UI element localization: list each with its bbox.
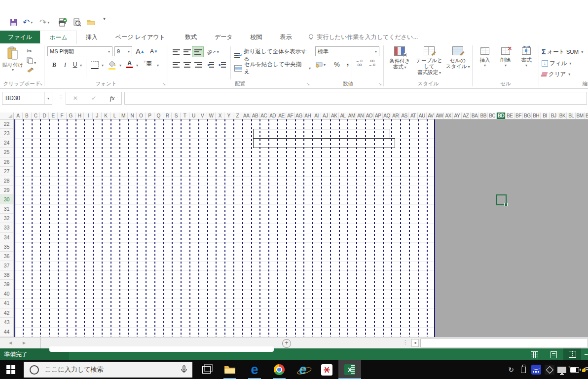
- wifi-warning-tray-icon[interactable]: [581, 360, 588, 379]
- cell-styles-button[interactable]: セルのスタイル▾: [445, 46, 471, 70]
- column-header-BL[interactable]: BL: [567, 113, 576, 119]
- column-header-BM[interactable]: BM: [576, 113, 585, 119]
- column-header-K[interactable]: K: [102, 113, 110, 119]
- row-header-32[interactable]: 32: [0, 214, 13, 223]
- column-header-N[interactable]: N: [128, 113, 137, 119]
- row-header-43[interactable]: 43: [0, 318, 13, 327]
- column-header-AK[interactable]: AK: [330, 113, 339, 119]
- column-header-AA[interactable]: AA: [242, 113, 251, 119]
- column-header-T[interactable]: T: [181, 113, 189, 119]
- row-header-38[interactable]: 38: [0, 270, 13, 280]
- column-header-G[interactable]: G: [67, 113, 75, 119]
- format-painter-icon[interactable]: [27, 66, 34, 75]
- row-header-31[interactable]: 31: [0, 204, 13, 214]
- column-header-AW[interactable]: AW: [435, 113, 444, 119]
- column-header-M[interactable]: M: [119, 113, 128, 119]
- clipboard-dialog-launcher[interactable]: ↘: [39, 82, 42, 86]
- bold-button[interactable]: B: [49, 59, 59, 70]
- row-header-35[interactable]: 35: [0, 242, 13, 252]
- borders-caret[interactable]: ▾: [102, 63, 104, 68]
- redo-button[interactable]: ↷▾: [39, 17, 49, 28]
- column-header-AG[interactable]: AG: [295, 113, 304, 119]
- column-header-AQ[interactable]: AQ: [383, 113, 392, 119]
- save-icon[interactable]: [10, 17, 18, 28]
- battery-tray-icon[interactable]: ⌁: [568, 360, 581, 379]
- orientation-button[interactable]: ab↗▾: [207, 46, 219, 57]
- row-header-36[interactable]: 36: [0, 252, 13, 261]
- new-sheet-button[interactable]: +: [282, 339, 291, 348]
- taskbar-chrome[interactable]: [268, 360, 290, 379]
- row-header-27[interactable]: 27: [0, 167, 13, 176]
- column-header-BN[interactable]: BN: [585, 113, 588, 119]
- align-left-button[interactable]: [170, 59, 182, 70]
- customize-qat-button[interactable]: ▾: [103, 17, 106, 28]
- paste-button[interactable]: 貼り付け ▾: [2, 46, 24, 72]
- column-header-BF[interactable]: BF: [514, 113, 523, 119]
- column-header-AY[interactable]: AY: [453, 113, 462, 119]
- autosum-button[interactable]: Σオート SUM▾: [542, 46, 583, 57]
- column-header-O[interactable]: O: [137, 113, 146, 119]
- format-cells-button[interactable]: ⇤⇥ 書式▾: [517, 47, 536, 69]
- cancel-icon[interactable]: ✕: [73, 95, 78, 102]
- row-header-44[interactable]: 44: [0, 327, 13, 337]
- start-button[interactable]: [0, 360, 22, 379]
- formula-bar-splitter[interactable]: ⋮: [58, 94, 64, 100]
- fill-button[interactable]: ↓フィル▾: [542, 58, 571, 69]
- sheet-scroll-left-button[interactable]: ◄: [8, 340, 13, 345]
- tell-me-search[interactable]: 実行したい作業を入力してください...: [308, 31, 418, 43]
- selected-cell[interactable]: [496, 194, 507, 205]
- column-header-AI[interactable]: AI: [312, 113, 321, 119]
- column-header-F[interactable]: F: [58, 113, 67, 119]
- tab-view[interactable]: 表示: [271, 31, 301, 43]
- zoom-out-button[interactable]: −: [584, 348, 588, 360]
- tab-scrollbar-splitter[interactable]: ⋮: [403, 339, 408, 345]
- tab-home[interactable]: ホーム: [40, 31, 77, 44]
- column-header-I[interactable]: I: [84, 113, 93, 119]
- quick-print-icon[interactable]: [58, 17, 68, 28]
- column-header-AZ[interactable]: AZ: [462, 113, 471, 119]
- page-break-preview-button[interactable]: [563, 348, 581, 360]
- column-header-BB[interactable]: BB: [479, 113, 488, 119]
- decrease-indent-button[interactable]: ◂: [206, 59, 216, 70]
- task-view-button[interactable]: [195, 360, 217, 379]
- borders-button[interactable]: [91, 61, 99, 69]
- taskbar-edge[interactable]: e: [244, 360, 265, 379]
- sync-tray-icon[interactable]: ↻: [505, 360, 517, 379]
- increase-indent-button[interactable]: ▸: [218, 59, 227, 70]
- tab-formulas[interactable]: 数式: [176, 31, 206, 43]
- monitor-tray-icon[interactable]: [555, 360, 568, 379]
- align-middle-button[interactable]: [181, 46, 193, 57]
- column-header-Q[interactable]: Q: [154, 113, 163, 119]
- column-header-AH[interactable]: AH: [303, 113, 312, 119]
- format-as-table-button[interactable]: テーブルとして書式設定▾: [414, 46, 444, 76]
- column-header-BH[interactable]: BH: [532, 113, 541, 119]
- delete-cells-button[interactable]: ✕ 削除▾: [496, 47, 515, 69]
- column-header-Y[interactable]: Y: [224, 113, 233, 119]
- undo-button[interactable]: ↶▾: [23, 17, 33, 28]
- italic-button[interactable]: I: [60, 59, 70, 70]
- column-header-BE[interactable]: BE: [506, 113, 514, 119]
- percent-button[interactable]: %: [332, 59, 342, 70]
- row-header-37[interactable]: 37: [0, 261, 13, 270]
- column-header-BG[interactable]: BG: [523, 113, 532, 119]
- tab-page-layout[interactable]: ページ レイアウト: [107, 31, 174, 43]
- clear-button[interactable]: クリア▾: [542, 69, 570, 79]
- column-header-P[interactable]: P: [146, 113, 154, 119]
- column-header-AE[interactable]: AE: [277, 113, 286, 119]
- column-header-AB[interactable]: AB: [251, 113, 260, 119]
- fill-handle[interactable]: [504, 203, 508, 206]
- column-header-AU[interactable]: AU: [418, 113, 427, 119]
- column-header-AL[interactable]: AL: [339, 113, 348, 119]
- column-header-BJ[interactable]: BJ: [550, 113, 558, 119]
- normal-view-button[interactable]: [531, 351, 538, 360]
- row-header-40[interactable]: 40: [0, 289, 13, 299]
- column-header-H[interactable]: H: [75, 113, 84, 119]
- row-header-30[interactable]: 30: [0, 195, 13, 204]
- column-header-R[interactable]: R: [163, 113, 172, 119]
- row-header-42[interactable]: 42: [0, 308, 13, 318]
- formula-input[interactable]: [124, 92, 587, 105]
- microphone-icon[interactable]: [181, 365, 187, 374]
- merge-center-button[interactable]: セルを結合して中央揃え▾: [234, 61, 311, 76]
- column-header-AF[interactable]: AF: [286, 113, 295, 119]
- fill-color-button[interactable]: [109, 60, 116, 70]
